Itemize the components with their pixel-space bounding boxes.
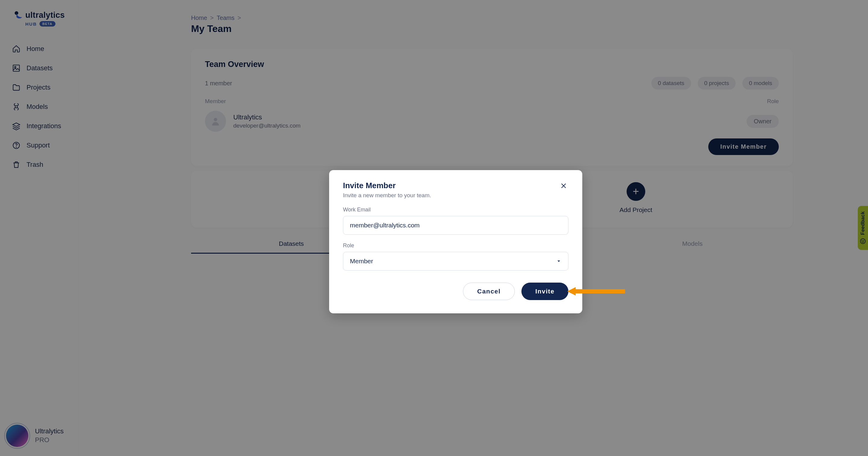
email-input[interactable] xyxy=(343,216,568,235)
close-icon xyxy=(560,182,567,190)
invite-member-modal: Invite Member Invite a new member to you… xyxy=(329,170,582,313)
cancel-button[interactable]: Cancel xyxy=(463,283,515,300)
chevron-down-icon xyxy=(556,258,561,264)
email-label: Work Email xyxy=(343,207,568,213)
role-select[interactable]: Member xyxy=(343,252,568,270)
role-label: Role xyxy=(343,243,568,249)
modal-subtitle: Invite a new member to your team. xyxy=(343,192,431,199)
modal-title: Invite Member xyxy=(343,181,431,190)
invite-button[interactable]: Invite xyxy=(521,283,568,300)
role-selected-value: Member xyxy=(350,258,373,265)
modal-close-button[interactable] xyxy=(559,181,568,192)
